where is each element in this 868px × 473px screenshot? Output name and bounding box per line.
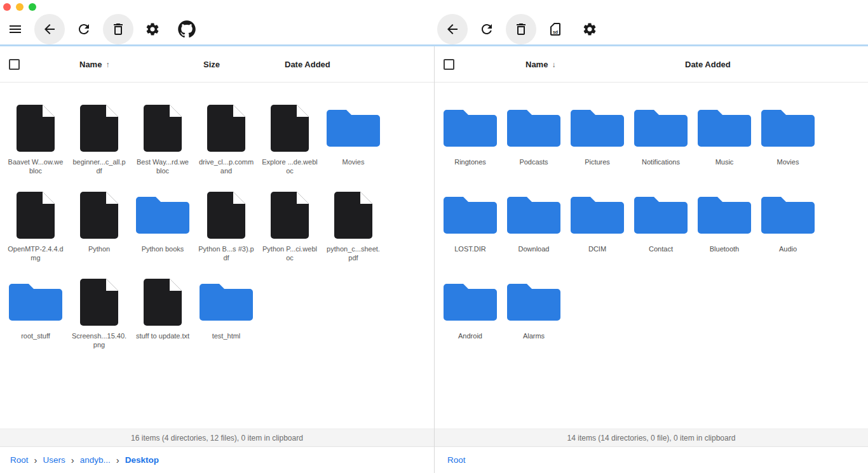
file-item[interactable]: beginner...c_all.pdf xyxy=(67,103,131,190)
left-pane-local: Name ↑ Size Date Added Baavet W...ow.web xyxy=(0,46,434,473)
folder-icon xyxy=(634,197,688,234)
folder-icon xyxy=(507,110,560,147)
folder-item[interactable]: LOST.DIR xyxy=(438,190,502,277)
folder-name: Music xyxy=(715,157,734,166)
file-item[interactable]: Explore ...de.webloc xyxy=(258,103,322,190)
back-button[interactable] xyxy=(437,14,468,44)
file-name: Screensh...15.40.png xyxy=(71,331,127,349)
folder-item[interactable]: Contact xyxy=(629,190,693,277)
folder-icon xyxy=(200,284,253,321)
right-breadcrumb: Root xyxy=(435,446,868,473)
folder-item[interactable]: Pictures xyxy=(566,103,629,190)
folder-item[interactable]: Audio xyxy=(756,190,820,277)
select-all-checkbox[interactable] xyxy=(9,59,20,70)
file-item[interactable]: Python B...s #3).pdf xyxy=(194,190,258,277)
settings-button[interactable] xyxy=(137,14,168,44)
file-name: beginner...c_all.pdf xyxy=(71,157,127,175)
file-name: OpenMTP-2.4.4.dmg xyxy=(8,244,64,262)
folder-icon xyxy=(444,110,497,147)
breadcrumb-item[interactable]: Root xyxy=(10,455,29,465)
folder-name: Alarms xyxy=(523,331,545,340)
refresh-button[interactable] xyxy=(471,14,502,44)
left-file-grid: Baavet W...ow.webloc beginner...c_all.pd… xyxy=(0,83,434,429)
file-name: drive_cl...p.command xyxy=(198,157,254,175)
delete-button[interactable] xyxy=(103,14,133,44)
maximize-button[interactable] xyxy=(29,3,36,11)
github-button[interactable] xyxy=(172,14,202,44)
folder-icon xyxy=(761,110,815,147)
delete-button[interactable] xyxy=(506,14,536,44)
folder-item[interactable]: Android xyxy=(438,277,502,364)
folder-item[interactable]: Music xyxy=(693,103,756,190)
breadcrumb-item[interactable]: Desktop xyxy=(125,455,159,465)
breadcrumb-item[interactable]: andyb... xyxy=(80,455,111,465)
file-item[interactable]: root_stuff xyxy=(4,277,67,364)
file-item[interactable]: Python xyxy=(67,190,131,277)
gear-icon xyxy=(582,22,597,37)
file-item[interactable]: python_c...sheet.pdf xyxy=(322,190,385,277)
folder-name: Pictures xyxy=(585,157,610,166)
storage-select-button[interactable]: sd xyxy=(540,14,571,44)
folder-name: Bluetooth xyxy=(710,244,739,253)
folder-name: Notifications xyxy=(642,157,680,166)
close-button[interactable] xyxy=(3,3,11,11)
file-item[interactable]: stuff to update.txt xyxy=(131,277,194,364)
settings-button[interactable] xyxy=(574,14,605,44)
folder-item[interactable]: Download xyxy=(502,190,566,277)
right-toolbar: sd xyxy=(437,14,605,44)
refresh-icon xyxy=(76,22,92,37)
file-item[interactable]: Screensh...15.40.png xyxy=(67,277,131,364)
right-list-header: Name ↓ Date Added xyxy=(435,46,868,83)
breadcrumb-item[interactable]: Users xyxy=(43,455,65,465)
file-item[interactable]: OpenMTP-2.4.4.dmg xyxy=(4,190,67,277)
minimize-button[interactable] xyxy=(16,3,24,11)
right-file-grid: Ringtones Podcasts xyxy=(435,83,868,429)
column-header-name[interactable]: Name ↑ xyxy=(79,60,109,69)
right-status-bar: 14 items (14 directories, 0 file), 0 ite… xyxy=(435,429,868,446)
folder-name: Ringtones xyxy=(454,157,486,166)
column-header-size[interactable]: Size xyxy=(203,60,220,69)
folder-name: Android xyxy=(458,331,482,340)
file-item[interactable]: drive_cl...p.command xyxy=(194,103,258,190)
right-pane-device: Name ↓ Date Added Ringtones xyxy=(434,46,868,473)
column-header-date-added[interactable]: Date Added xyxy=(685,60,731,69)
folder-icon xyxy=(444,284,497,321)
file-icon xyxy=(334,191,373,239)
file-name: Explore ...de.webloc xyxy=(262,157,318,175)
titlebar: sd xyxy=(0,0,868,44)
folder-icon xyxy=(136,197,189,234)
file-icon xyxy=(79,278,119,326)
refresh-icon xyxy=(479,22,494,37)
name-label: Name xyxy=(526,60,548,69)
folder-icon xyxy=(571,110,624,147)
file-item[interactable]: Baavet W...ow.webloc xyxy=(4,103,67,190)
folder-item[interactable]: Movies xyxy=(756,103,820,190)
file-item[interactable]: test_html xyxy=(194,277,258,364)
file-item[interactable]: Python books xyxy=(131,190,194,277)
refresh-button[interactable] xyxy=(69,14,99,44)
github-icon xyxy=(177,20,196,39)
file-item[interactable]: Movies xyxy=(322,103,385,190)
folder-item[interactable]: Bluetooth xyxy=(693,190,756,277)
folder-item[interactable]: Notifications xyxy=(629,103,693,190)
column-header-name[interactable]: Name ↓ xyxy=(526,60,555,69)
file-name: python_c...sheet.pdf xyxy=(325,244,381,262)
folder-item[interactable]: DCIM xyxy=(566,190,629,277)
file-item[interactable]: Python P...ci.webloc xyxy=(258,190,322,277)
folder-icon xyxy=(698,197,751,234)
file-icon xyxy=(16,104,55,152)
column-header-date-added[interactable]: Date Added xyxy=(285,60,330,69)
folder-item[interactable]: Ringtones xyxy=(438,103,502,190)
breadcrumb-item[interactable]: Root xyxy=(447,455,466,465)
folder-item[interactable]: Alarms xyxy=(502,277,566,364)
main-split-view: Name ↑ Size Date Added Baavet W...ow.web xyxy=(0,46,868,473)
file-item[interactable]: Best Way...rd.webloc xyxy=(131,103,194,190)
file-name: Python B...s #3).pdf xyxy=(198,244,254,262)
file-icon xyxy=(79,191,119,239)
folder-item[interactable]: Podcasts xyxy=(502,103,566,190)
folder-icon xyxy=(507,284,560,321)
select-all-checkbox[interactable] xyxy=(444,59,454,70)
file-name: Movies xyxy=(342,157,365,166)
back-button[interactable] xyxy=(34,14,65,44)
menu-button[interactable] xyxy=(0,14,31,44)
